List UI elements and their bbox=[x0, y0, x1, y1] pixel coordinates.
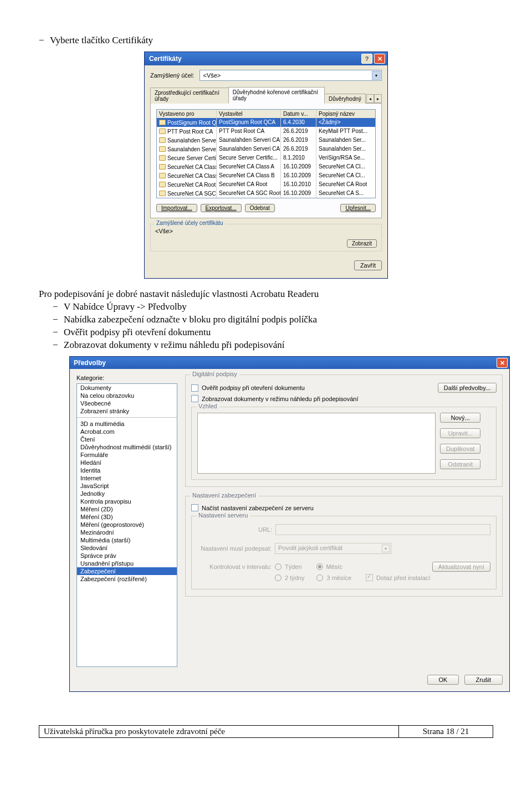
preferences-dialog: Předvolby ✕ Kategorie: DokumentyNa celou… bbox=[69, 356, 510, 692]
import-button[interactable]: Importovat... bbox=[156, 204, 197, 212]
help-button[interactable]: ? bbox=[361, 54, 372, 64]
list-item[interactable]: Sledování bbox=[77, 544, 177, 552]
tab-scroll-left-icon[interactable]: ◂ bbox=[366, 94, 374, 103]
list-item[interactable]: JavaScript bbox=[77, 482, 177, 490]
must-sign-label: Nastavení musí podepsat: bbox=[197, 545, 272, 552]
tab-trusted[interactable]: Důvěryhodný bbox=[324, 94, 366, 104]
tab-scroll-right-icon[interactable]: ▸ bbox=[374, 94, 382, 103]
certificate-icon bbox=[159, 146, 166, 152]
fieldset-legend: Zamýšlené účely certifikátu bbox=[154, 220, 226, 226]
col-date[interactable]: Datum v... bbox=[281, 110, 316, 118]
checkbox-label: Ověřit podpisy při otevření dokumentu bbox=[202, 384, 305, 391]
list-item[interactable]: 3D a multimédia bbox=[77, 420, 177, 428]
close-button[interactable]: ✕ bbox=[497, 358, 508, 368]
list-item[interactable]: Měření (3D) bbox=[77, 513, 177, 521]
export-button[interactable]: Exportovat... bbox=[201, 204, 242, 212]
fieldset-legend: Nastavení zabezpečení bbox=[190, 492, 258, 499]
more-preferences-button[interactable]: Další předvolby... bbox=[438, 383, 497, 393]
table-row[interactable]: SecureNet CA RootSecureNet CA Root16.10.… bbox=[157, 180, 375, 189]
dialog-title: Předvolby bbox=[71, 359, 495, 367]
certificate-icon bbox=[159, 191, 166, 196]
remove-button[interactable]: Odebrat bbox=[245, 204, 275, 212]
list-item[interactable]: Multimédia (starší) bbox=[77, 536, 177, 544]
cancel-button[interactable]: Zrušit bbox=[464, 675, 503, 685]
close-button[interactable]: ✕ bbox=[374, 54, 385, 64]
list-item[interactable]: Zabezpečení (rozšířené) bbox=[77, 575, 177, 583]
purpose-select[interactable]: <Vše> ▾ bbox=[200, 70, 382, 81]
tab-intermediate-ca[interactable]: Zprostředkující certifikační úřady bbox=[150, 88, 229, 104]
list-item[interactable]: Zabezpečení bbox=[77, 567, 177, 575]
radio-label: 2 týdny bbox=[285, 574, 304, 581]
col-issuer[interactable]: Vystavitel bbox=[217, 110, 281, 118]
list-item[interactable]: Měření (2D) bbox=[77, 505, 177, 513]
category-label: Kategorie: bbox=[76, 375, 177, 381]
purpose-label: Zamýšlený účel: bbox=[150, 72, 194, 79]
close-dialog-button[interactable]: Zavřít bbox=[354, 260, 382, 270]
checkbox-label: Dotaz před instalací bbox=[376, 574, 430, 581]
duplicate-button[interactable]: Duplikovat bbox=[440, 444, 480, 454]
certificate-icon bbox=[159, 155, 166, 161]
list-item[interactable]: Dokumenty bbox=[77, 384, 177, 392]
category-list[interactable]: DokumentyNa celou obrazovkuVšeobecnéZobr… bbox=[76, 383, 177, 667]
preview-mode-checkbox[interactable] bbox=[191, 395, 198, 402]
tab-trusted-root-ca[interactable]: Důvěryhodné kořenové certifikační úřady bbox=[228, 87, 325, 104]
certificates-table-body: PostSignum Root QCAPostSignum Root QCA6.… bbox=[157, 118, 375, 198]
list-item[interactable]: Zobrazení stránky bbox=[77, 407, 177, 415]
certificates-dialog: Certifikáty ? ✕ Zamýšlený účel: <Vše> ▾ … bbox=[144, 52, 388, 279]
details-button[interactable]: Upřesnit... bbox=[340, 204, 376, 212]
bullet-dash: − bbox=[53, 301, 64, 312]
list-item[interactable]: Měření (geoprostorové) bbox=[77, 521, 177, 529]
table-row[interactable]: SecureNet CA Class ASecureNet CA Class A… bbox=[157, 162, 375, 171]
table-row[interactable]: SecureNet CA SGC ...SecureNet CA SGC Roo… bbox=[157, 189, 375, 198]
ok-button[interactable]: OK bbox=[427, 675, 459, 685]
dialog-title: Certifikáty bbox=[147, 55, 360, 63]
verify-signatures-checkbox[interactable] bbox=[191, 384, 198, 392]
list-item[interactable]: Důvěryhodnost multimédií (starší) bbox=[77, 443, 177, 451]
list-item[interactable]: Internet bbox=[77, 474, 177, 482]
certificate-icon bbox=[159, 120, 166, 125]
list-item[interactable]: Hledání bbox=[77, 459, 177, 466]
list-item[interactable]: Usnadnění přístupu bbox=[77, 560, 177, 567]
list-item[interactable]: Čtení bbox=[77, 435, 177, 443]
certificate-icon bbox=[159, 137, 166, 143]
list-item[interactable]: Mezinárodní bbox=[77, 529, 177, 536]
list-item[interactable]: Správce práv bbox=[77, 552, 177, 560]
must-sign-select: Povolit jakýkoli certifikát ▾ bbox=[275, 543, 391, 554]
chevron-down-icon: ▾ bbox=[382, 545, 390, 552]
list-item[interactable]: Jednotky bbox=[77, 490, 177, 497]
col-issued-to[interactable]: Vystaveno pro bbox=[157, 110, 217, 118]
edit-button[interactable]: Upravit... bbox=[440, 428, 480, 438]
radio-month bbox=[316, 563, 323, 570]
radio-three-months bbox=[316, 574, 323, 581]
list-item[interactable]: Acrobat.com bbox=[77, 428, 177, 435]
radio-two-weeks bbox=[275, 574, 282, 581]
table-row[interactable]: Secure Server Certi...Secure Server Cert… bbox=[157, 153, 375, 162]
table-row[interactable]: Saunalahden Serve...Saunalahden Serveri … bbox=[157, 145, 375, 153]
list-item[interactable]: Formuláře bbox=[77, 451, 177, 459]
load-security-checkbox[interactable] bbox=[191, 504, 198, 511]
bullet-text: Ověřit podpisy při otevření dokumentu bbox=[64, 327, 211, 338]
bullet-text: Nabídka zabezpečení odznačte v bloku pro… bbox=[64, 314, 317, 325]
checkbox-label: Načíst nastavení zabezpečení ze serveru bbox=[202, 505, 314, 511]
delete-button[interactable]: Odstranit bbox=[440, 459, 480, 469]
list-item[interactable]: Kontrola pravopisu bbox=[77, 497, 177, 505]
appearance-list[interactable] bbox=[197, 413, 436, 474]
col-friendly-name[interactable]: Popisný název bbox=[316, 110, 375, 118]
new-button[interactable]: Nový... bbox=[440, 413, 480, 423]
table-row[interactable]: Saunalahden Serve...Saunalahden Serveri … bbox=[157, 136, 375, 145]
footer-left: Uživatelská příručka pro poskytovatele z… bbox=[39, 726, 399, 738]
show-button[interactable]: Zobrazit bbox=[347, 239, 377, 248]
certificate-icon bbox=[159, 173, 166, 178]
table-row[interactable]: PostSignum Root QCAPostSignum Root QCA6.… bbox=[157, 118, 375, 127]
table-row[interactable]: SecureNet CA Class BSecureNet CA Class B… bbox=[157, 171, 375, 180]
bullet-dash: − bbox=[39, 35, 50, 46]
ask-before-install-checkbox: ✓ bbox=[366, 574, 373, 581]
list-item[interactable]: Identita bbox=[77, 466, 177, 474]
checkbox-label: Zobrazovat dokumenty v režimu náhledu př… bbox=[202, 396, 359, 402]
list-item[interactable]: Všeobecné bbox=[77, 399, 177, 407]
footer-right: Strana 18 / 21 bbox=[399, 726, 493, 738]
table-row[interactable]: PTT Post Root CAPTT Post Root CA26.6.201… bbox=[157, 127, 375, 136]
list-item[interactable]: Na celou obrazovku bbox=[77, 392, 177, 399]
certificate-icon bbox=[159, 129, 166, 134]
purposes-value: <Vše> bbox=[155, 228, 377, 234]
